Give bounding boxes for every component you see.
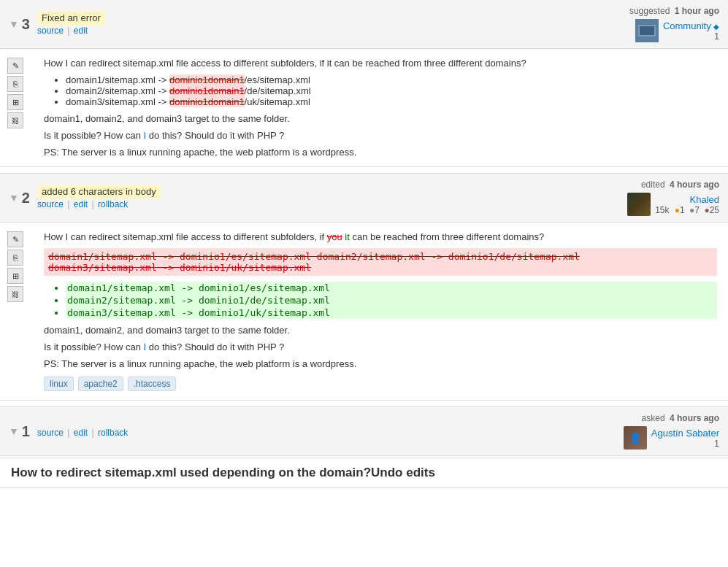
revision-2-summary-text: added 6 characters in body bbox=[37, 185, 161, 198]
post-content-2: ✎ ⎘ ⊞ ⛓ How I can redirect sitemap.xml f… bbox=[0, 223, 728, 401]
revision-2-action-time: edited 4 hours ago bbox=[627, 180, 719, 190]
revision-3-source-link[interactable]: source bbox=[37, 26, 64, 36]
icon-save-2: ⊞ bbox=[7, 268, 23, 284]
post-2-deleted-1: domain1/sitemap.xml -> dominio1/es/sitem… bbox=[48, 251, 713, 262]
revision-2-block: ▼ 2 added 6 characters in body source | … bbox=[0, 173, 728, 223]
post-3-body2: Is it possible? How can I do this? Shoul… bbox=[44, 130, 717, 141]
revision-2-links: source | edit | rollback bbox=[37, 199, 161, 209]
revision-2-rollback-link[interactable]: rollback bbox=[98, 199, 128, 209]
revision-1-info: source | edit | rollback bbox=[37, 425, 128, 438]
post-3-list-item-1: domain1/sitemap.xml -> dominio1domain1/e… bbox=[66, 74, 717, 85]
arrow-down-2-icon: ▼ bbox=[9, 192, 19, 204]
icon-pencil-3: ✎ bbox=[7, 58, 23, 74]
revision-3-summary: Fixed an error bbox=[37, 12, 105, 23]
post-2-added-1: domain1/sitemap.xml -> dominio1/es/sitem… bbox=[66, 282, 717, 294]
revision-1-number: 1 bbox=[22, 423, 30, 440]
khaled-avatar bbox=[627, 193, 651, 216]
revision-1-source-link[interactable]: source bbox=[37, 428, 64, 438]
revision-2-right: edited 4 hours ago Khaled 15k ●1 ●7 ●25 bbox=[627, 180, 719, 216]
revision-3-links: source | edit bbox=[37, 26, 105, 36]
post-2-deleted-block: domain1/sitemap.xml -> dominio1/es/sitem… bbox=[44, 248, 717, 276]
revision-1-time: 4 hours ago bbox=[670, 413, 719, 423]
community-avatar bbox=[635, 19, 659, 42]
revision-3-left: ▼ 3 Fixed an error source | edit bbox=[9, 12, 105, 36]
icon-copy-2: ⎘ bbox=[7, 250, 23, 266]
revision-2-summary: added 6 characters in body bbox=[37, 186, 161, 197]
agustin-rep: 1 bbox=[651, 439, 719, 449]
post-2-icons: ✎ ⎘ ⊞ ⛓ bbox=[7, 231, 23, 302]
agustin-avatar: 👤 bbox=[624, 426, 647, 450]
icon-link-3: ⛓ bbox=[7, 112, 23, 128]
revision-3-edit-link[interactable]: edit bbox=[74, 26, 88, 36]
post-2-intro: How I can redirect sitemap.xml file acce… bbox=[44, 231, 717, 242]
post-3-icons: ✎ ⎘ ⊞ ⛓ bbox=[7, 58, 23, 128]
sep1: | bbox=[67, 26, 69, 36]
tag-linux[interactable]: linux bbox=[44, 377, 74, 391]
post-2-tags: linux apache2 .htaccess bbox=[44, 377, 717, 391]
revision-2-left: ▼ 2 added 6 characters in body source | … bbox=[9, 186, 161, 209]
agustin-name-link[interactable]: Agustín Sabater bbox=[651, 428, 719, 439]
revision-3-summary-text: Fixed an error bbox=[37, 11, 105, 25]
revision-2-user: Khaled 15k ●1 ●7 ●25 bbox=[627, 193, 719, 216]
post-3-list: domain1/sitemap.xml -> dominio1domain1/e… bbox=[66, 74, 717, 107]
icon-copy-3: ⎘ bbox=[7, 76, 23, 92]
post-2-added-list: domain1/sitemap.xml -> dominio1/es/sitem… bbox=[66, 282, 717, 319]
community-rep: 1 bbox=[663, 31, 719, 42]
community-user-info: Community ◆ 1 bbox=[663, 20, 719, 42]
post-content-3: ✎ ⎘ ⊞ ⛓ How I can redirect sitemap.xml f… bbox=[0, 49, 728, 167]
revision-1-rollback-link[interactable]: rollback bbox=[98, 428, 128, 438]
revision-1-action-time: asked 4 hours ago bbox=[624, 413, 719, 423]
question-title: How to redirect sitemap.xml used dependi… bbox=[11, 466, 717, 480]
revision-3-time: 1 hour ago bbox=[675, 6, 719, 16]
post-2-added-3: domain3/sitemap.xml -> dominio1/uk/sitem… bbox=[66, 306, 717, 319]
post-2-body3: PS: The server is a linux running apache… bbox=[44, 358, 717, 369]
post-2-body1: domain1, domain2, and domain3 target to … bbox=[44, 325, 717, 336]
revision-2-info: added 6 characters in body source | edit… bbox=[37, 186, 161, 209]
revision-3-vote: ▼ 3 bbox=[9, 16, 30, 33]
post-2-body: How I can redirect sitemap.xml file acce… bbox=[44, 231, 717, 391]
revision-3-right: suggested 1 hour ago Community ◆ 1 bbox=[629, 6, 719, 42]
tag-htaccess[interactable]: .htaccess bbox=[128, 377, 177, 391]
revision-1-left: ▼ 1 source | edit | rollback bbox=[9, 423, 128, 440]
arrow-down-icon: ▼ bbox=[9, 18, 19, 30]
community-diamond-icon: ◆ bbox=[713, 23, 719, 31]
revision-1-block: ▼ 1 source | edit | rollback asked 4 hou… bbox=[0, 406, 728, 456]
post-3-body1: domain1, domain2, and domain3 target to … bbox=[44, 113, 717, 124]
revision-3-user: Community ◆ 1 bbox=[629, 19, 719, 42]
revision-3-block: ▼ 3 Fixed an error source | edit suggest… bbox=[0, 0, 728, 49]
question-title-section: How to redirect sitemap.xml used dependi… bbox=[0, 458, 728, 488]
revision-2-time: 4 hours ago bbox=[670, 180, 719, 190]
revision-2-source-link[interactable]: source bbox=[37, 199, 64, 209]
revision-2-number: 2 bbox=[22, 190, 30, 207]
revision-3-action-time: suggested 1 hour ago bbox=[629, 6, 719, 16]
revision-3-info: Fixed an error source | edit bbox=[37, 12, 105, 36]
icon-link-2: ⛓ bbox=[7, 286, 23, 302]
post-3-intro: How I can redirect sitemap.xml file acce… bbox=[44, 58, 717, 69]
community-name: Community ◆ bbox=[663, 20, 719, 31]
revision-1-edit-link[interactable]: edit bbox=[74, 428, 88, 438]
revision-2-edit-link[interactable]: edit bbox=[74, 199, 88, 209]
revision-1-right: asked 4 hours ago 👤 Agustín Sabater 1 bbox=[624, 413, 719, 450]
revision-1-vote: ▼ 1 bbox=[9, 423, 30, 440]
revision-1-user: 👤 Agustín Sabater 1 bbox=[624, 426, 719, 450]
post-3-body: How I can redirect sitemap.xml file acce… bbox=[44, 58, 717, 158]
arrow-down-1-icon: ▼ bbox=[9, 425, 19, 437]
agustin-user-info: Agustín Sabater 1 bbox=[651, 428, 719, 449]
khaled-rep: 15k ●1 ●7 ●25 bbox=[655, 205, 719, 215]
post-2-added-2: domain2/sitemap.xml -> dominio1/de/sitem… bbox=[66, 294, 717, 306]
revision-1-links: source | edit | rollback bbox=[37, 428, 128, 438]
icon-save-3: ⊞ bbox=[7, 94, 23, 110]
khaled-name-link[interactable]: Khaled bbox=[690, 194, 719, 205]
revision-3-number: 3 bbox=[22, 16, 30, 33]
khaled-user-info: Khaled 15k ●1 ●7 ●25 bbox=[655, 194, 719, 215]
tag-apache2[interactable]: apache2 bbox=[78, 377, 123, 391]
revision-2-vote: ▼ 2 bbox=[9, 190, 30, 207]
post-2-deleted-2: domain3/sitemap.xml -> dominio1/uk/sitem… bbox=[48, 262, 713, 273]
post-3-body3: PS: The server is a linux running apache… bbox=[44, 147, 717, 158]
post-3-list-item-2: domain2/sitemap.xml -> dominio1domain1/d… bbox=[66, 85, 717, 96]
post-2-body2: Is it possible? How can I do this? Shoul… bbox=[44, 342, 717, 352]
icon-pencil-2: ✎ bbox=[7, 231, 23, 247]
post-3-list-item-3: domain3/sitemap.xml -> dominio1domain1/u… bbox=[66, 96, 717, 107]
